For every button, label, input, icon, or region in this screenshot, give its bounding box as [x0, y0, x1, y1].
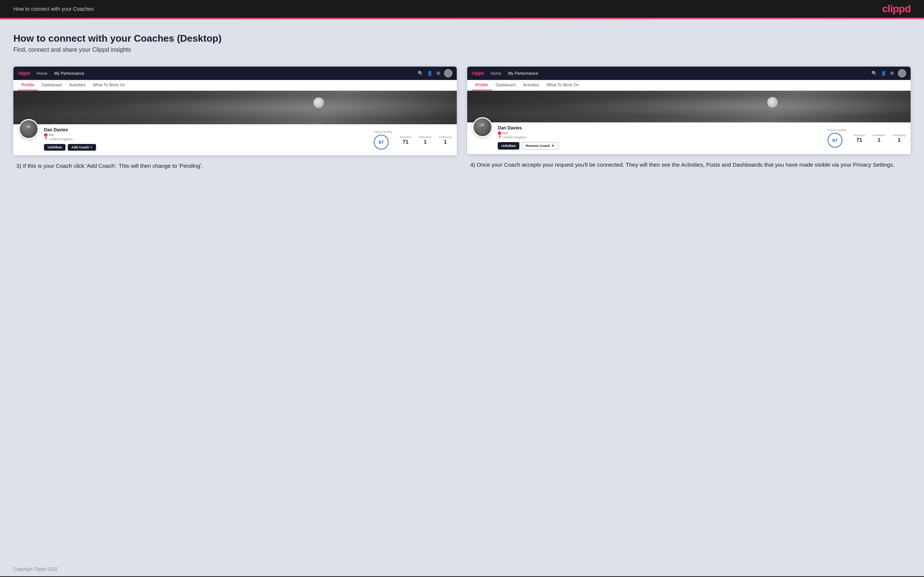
mock-tabs-2: Profile Dashboard Activities What To Wor… [467, 80, 911, 91]
quality-label-1: Player Quality [374, 130, 393, 134]
mock-logo-2: clippd [472, 71, 484, 76]
nav-avatar-2[interactable] [898, 69, 906, 77]
quality-wrap-1: Player Quality 97 [374, 130, 393, 150]
browser-mock-1: clippd Home My Performance 🔍 👤 ⚙ Profile… [13, 66, 457, 155]
user-avatar-2 [472, 117, 493, 137]
clippd-logo: clippd [882, 3, 911, 15]
mock-logo-1: clippd [18, 71, 30, 76]
mock-nav-performance-1[interactable]: My Performance [54, 71, 84, 76]
mock-buttons-1: Unfollow Add Coach + [44, 144, 368, 151]
followers-stat-2: Followers 1 [872, 134, 885, 143]
following-stat-1: Following 1 [439, 135, 452, 145]
mock-nav-2: clippd Home My Performance 🔍 👤 ⚙ [467, 66, 911, 80]
step3-description: 3) If this is your Coach click 'Add Coac… [13, 155, 457, 173]
plus-icon-1: + [90, 145, 92, 149]
mock-nav-icons-2: 🔍 👤 ⚙ [872, 69, 906, 77]
location-icon-1: 📍 [44, 137, 48, 141]
tab-dashboard-2[interactable]: Dashboard [492, 80, 519, 90]
add-coach-button-1[interactable]: Add Coach + [68, 144, 96, 151]
close-icon-remove: ✕ [551, 144, 554, 148]
nav-avatar-1[interactable] [444, 69, 452, 77]
user-badge-1: Pro [44, 133, 368, 137]
settings-icon-2[interactable]: ⚙ [890, 71, 894, 76]
quality-circle-2: 97 [827, 133, 842, 148]
user-icon-1[interactable]: 👤 [427, 71, 433, 76]
svg-rect-6 [480, 131, 482, 134]
quality-wrap-2: Player Quality 97 [827, 128, 846, 148]
copyright-text: Copyright Clippd 2022 [13, 567, 58, 572]
following-label-2: Following [893, 134, 905, 137]
screenshot-card-2: clippd Home My Performance 🔍 👤 ⚙ Profile… [467, 66, 911, 173]
mock-hero-1 [13, 91, 457, 124]
tab-activities-2[interactable]: Activities [519, 80, 543, 90]
mock-nav-home-1[interactable]: Home [37, 71, 47, 76]
search-icon-2[interactable]: 🔍 [872, 71, 877, 76]
activities-label-2: Activities [853, 134, 865, 137]
user-location-1: 📍 United Kingdom [44, 137, 368, 141]
mock-stats-1: Player Quality 97 Activities 71 Follower… [374, 127, 452, 150]
svg-rect-7 [483, 131, 485, 134]
quality-label-2: Player Quality [827, 128, 846, 132]
unfollow-button-1[interactable]: Unfollow [44, 144, 66, 151]
mock-nav-1: clippd Home My Performance 🔍 👤 ⚙ [13, 66, 457, 80]
activities-value-1: 71 [399, 139, 411, 145]
user-location-2: 📍 United Kingdom [498, 135, 822, 139]
user-icon-2[interactable]: 👤 [881, 71, 887, 76]
tab-profile-2[interactable]: Profile [472, 80, 492, 90]
tab-whattodo-2[interactable]: What To Work On [543, 80, 582, 90]
avatar-figure-1 [25, 125, 32, 136]
activities-stat-2: Activities 71 [853, 134, 865, 143]
page-heading: How to connect with your Coaches (Deskto… [13, 33, 911, 44]
hero-overlay-2 [467, 91, 911, 122]
page-subheading: Find, connect and share your Clippd insi… [13, 47, 911, 53]
avatar-figure-2 [479, 123, 486, 134]
user-avatar-1 [19, 119, 39, 139]
tab-whattodo-1[interactable]: What To Work On [89, 80, 128, 90]
hero-overlay-1 [13, 91, 457, 124]
following-label-1: Following [439, 135, 452, 139]
mock-buttons-2: Unfollow Remove Coach ✕ [498, 142, 822, 150]
mock-user-info-1: Dan Davies Pro 📍 United Kingdom Unfollow [44, 127, 368, 151]
svg-point-0 [27, 126, 30, 128]
following-stat-2: Following 1 [893, 134, 905, 143]
svg-point-4 [481, 124, 484, 126]
user-badge-2: Pro [498, 131, 822, 135]
top-bar-title: How to connect with your Coaches [13, 6, 94, 12]
step4-description: 4) Once your Coach accepts your request … [467, 154, 911, 172]
activities-stat-1: Activities 71 [399, 135, 411, 145]
activities-label-1: Activities [399, 135, 411, 139]
mock-stats-2: Player Quality 97 Activities 71 Follower… [827, 126, 905, 148]
hero-moon-1 [313, 97, 324, 108]
followers-stat-1: Followers 1 [419, 135, 431, 145]
remove-coach-button[interactable]: Remove Coach ✕ [522, 142, 559, 150]
verified-icon-2 [498, 131, 501, 135]
tab-activities-1[interactable]: Activities [66, 80, 89, 90]
svg-rect-3 [29, 133, 31, 136]
followers-value-2: 1 [872, 137, 885, 143]
screenshots-row: clippd Home My Performance 🔍 👤 ⚙ Profile… [13, 66, 911, 173]
screenshot-card-1: clippd Home My Performance 🔍 👤 ⚙ Profile… [13, 66, 457, 173]
svg-rect-2 [26, 133, 28, 136]
user-name-1: Dan Davies [44, 127, 368, 132]
top-bar: How to connect with your Coaches clippd [0, 0, 924, 18]
mock-nav-home-2[interactable]: Home [490, 71, 501, 76]
following-value-2: 1 [893, 137, 905, 143]
mock-nav-performance-2[interactable]: My Performance [508, 71, 538, 76]
mock-nav-icons-1: 🔍 👤 ⚙ [418, 69, 452, 77]
unfollow-button-2[interactable]: Unfollow [498, 142, 519, 150]
main-content: How to connect with your Coaches (Deskto… [0, 19, 924, 562]
verified-icon-1 [44, 133, 48, 137]
quality-circle-1: 97 [374, 135, 389, 150]
tab-profile-1[interactable]: Profile [18, 80, 38, 90]
svg-rect-1 [27, 129, 30, 133]
settings-icon-1[interactable]: ⚙ [436, 71, 440, 76]
badge-label-2: Pro [502, 131, 508, 135]
mock-hero-2 [467, 91, 911, 122]
mock-profile-area-2: Dan Davies Pro 📍 United Kingdom Unfollow [467, 122, 911, 154]
followers-label-2: Followers [872, 134, 885, 137]
search-icon-1[interactable]: 🔍 [418, 71, 423, 76]
activities-value-2: 71 [853, 137, 865, 143]
tab-dashboard-1[interactable]: Dashboard [38, 80, 66, 90]
badge-label-1: Pro [49, 133, 54, 137]
followers-value-1: 1 [419, 139, 431, 145]
